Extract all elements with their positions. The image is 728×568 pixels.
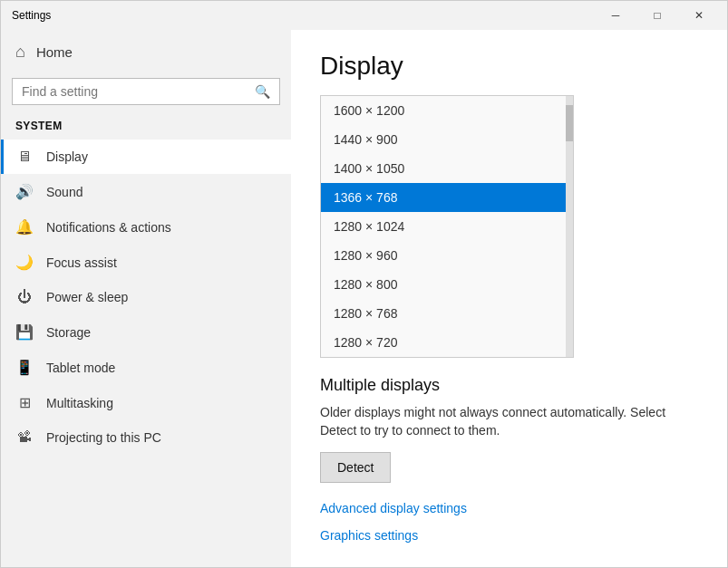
advanced-display-settings-link[interactable]: Advanced display settings: [320, 501, 698, 515]
search-icon: 🔍: [255, 84, 270, 99]
tablet-icon: 📱: [15, 359, 34, 376]
graphics-settings-link[interactable]: Graphics settings: [320, 528, 698, 543]
resolution-1600-1200[interactable]: 1600 × 1200: [321, 96, 566, 125]
resolution-1280-768[interactable]: 1280 × 768: [321, 299, 566, 328]
resolution-list[interactable]: 1600 × 1200 1440 × 900 1400 × 1050 1366 …: [320, 95, 574, 358]
home-icon: ⌂: [15, 43, 25, 62]
notifications-icon: 🔔: [15, 218, 34, 236]
window-title: Settings: [12, 9, 51, 22]
storage-label: Storage: [46, 325, 91, 340]
nav-item-tablet[interactable]: 📱 Tablet mode: [1, 350, 291, 385]
window-controls: ─ □ ✕: [595, 1, 720, 30]
window-content: ⌂ Home 🔍 System 🖥 Display 🔊 Sound 🔔 N: [1, 30, 727, 567]
multitasking-icon: ⊞: [15, 394, 34, 411]
resolution-1280-1024[interactable]: 1280 × 1024: [321, 212, 566, 241]
sound-label: Sound: [46, 185, 83, 199]
resolution-1280-960[interactable]: 1280 × 960: [321, 241, 566, 270]
tablet-label: Tablet mode: [46, 361, 115, 375]
nav-item-notifications[interactable]: 🔔 Notifications & actions: [1, 209, 291, 245]
nav-item-focus[interactable]: 🌙 Focus assist: [1, 245, 291, 280]
scrollbar-thumb[interactable]: [566, 105, 573, 141]
search-box[interactable]: 🔍: [12, 78, 280, 105]
close-button[interactable]: ✕: [678, 1, 720, 30]
home-nav-item[interactable]: ⌂ Home: [1, 30, 291, 74]
resolution-1400-1050[interactable]: 1400 × 1050: [321, 154, 566, 183]
system-section-header: System: [1, 116, 291, 140]
display-label: Display: [46, 149, 88, 164]
resolution-items: 1600 × 1200 1440 × 900 1400 × 1050 1366 …: [321, 96, 566, 357]
resolution-1366-768[interactable]: 1366 × 768: [321, 183, 566, 212]
power-icon: ⏻: [15, 289, 34, 305]
multiple-displays-desc: Older displays might not always connect …: [320, 404, 683, 439]
projecting-icon: 📽: [15, 429, 34, 446]
multiple-displays-title: Multiple displays: [320, 376, 698, 395]
maximize-button[interactable]: □: [636, 1, 678, 30]
nav-item-projecting[interactable]: 📽 Projecting to this PC: [1, 420, 291, 455]
sound-icon: 🔊: [15, 183, 34, 200]
multitasking-label: Multitasking: [46, 396, 113, 410]
nav-item-storage[interactable]: 💾 Storage: [1, 314, 291, 350]
home-label: Home: [36, 44, 73, 60]
scrollbar-track[interactable]: [566, 96, 573, 357]
sidebar: ⌂ Home 🔍 System 🖥 Display 🔊 Sound 🔔 N: [1, 30, 291, 567]
notifications-label: Notifications & actions: [46, 220, 171, 235]
nav-item-power[interactable]: ⏻ Power & sleep: [1, 280, 291, 314]
resolution-1440-900[interactable]: 1440 × 900: [321, 125, 566, 154]
display-icon: 🖥: [15, 149, 34, 165]
projecting-label: Projecting to this PC: [46, 430, 161, 445]
focus-icon: 🌙: [15, 254, 34, 271]
settings-window: Settings ─ □ ✕ ⌂ Home 🔍 System 🖥: [0, 0, 728, 568]
nav-item-display[interactable]: 🖥 Display: [1, 140, 291, 174]
nav-item-multitasking[interactable]: ⊞ Multitasking: [1, 385, 291, 420]
storage-icon: 💾: [15, 323, 34, 341]
power-label: Power & sleep: [46, 290, 128, 304]
minimize-button[interactable]: ─: [595, 1, 636, 30]
resolution-1280-800[interactable]: 1280 × 800: [321, 270, 566, 299]
titlebar: Settings ─ □ ✕: [1, 1, 727, 30]
main-content: Display 1600 × 1200 1440 × 900 1400 × 10…: [291, 30, 727, 567]
search-input[interactable]: [22, 84, 255, 99]
resolution-list-wrapper: 1600 × 1200 1440 × 900 1400 × 1050 1366 …: [321, 96, 573, 357]
page-title: Display: [320, 52, 698, 81]
nav-item-sound[interactable]: 🔊 Sound: [1, 174, 291, 209]
resolution-1280-720[interactable]: 1280 × 720: [321, 328, 566, 357]
detect-button[interactable]: Detect: [320, 452, 391, 483]
focus-label: Focus assist: [46, 255, 117, 270]
